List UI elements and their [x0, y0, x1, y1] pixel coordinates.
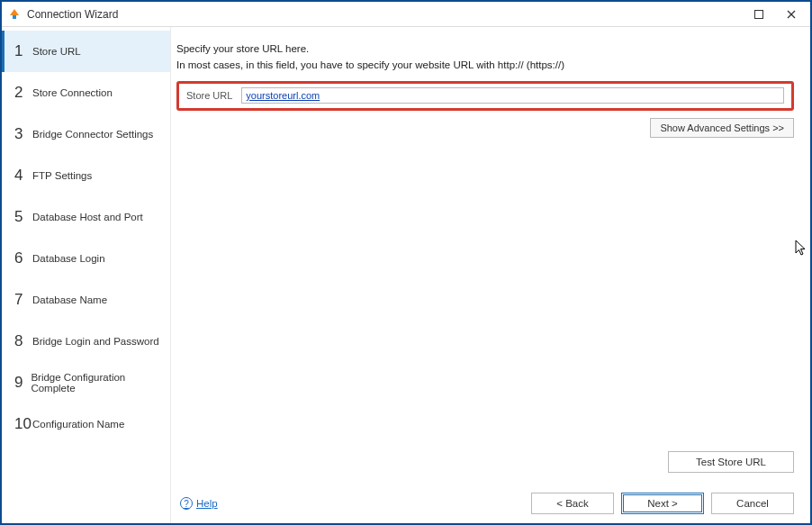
store-url-group: Store URL [176, 81, 794, 111]
step-label: Store Connection [32, 87, 113, 98]
step-label: FTP Settings [32, 170, 92, 181]
step-label: Bridge Connector Settings [32, 129, 153, 140]
step-configuration-name[interactable]: 10 Configuration Name [2, 403, 170, 445]
step-number: 3 [14, 125, 32, 143]
next-button[interactable]: Next > [621, 493, 704, 514]
step-bridge-login-password[interactable]: 8 Bridge Login and Password [2, 321, 170, 362]
step-number: 1 [14, 42, 32, 60]
body-area: 1 Store URL 2 Store Connection 3 Bridge … [2, 27, 810, 523]
intro-text-1: Specify your store URL here. [176, 43, 794, 54]
test-row: Test Store URL [176, 451, 794, 473]
step-label: Database Host and Port [32, 212, 143, 222]
cursor-icon [795, 240, 809, 258]
step-label: Configuration Name [32, 419, 124, 430]
main-panel: Specify your store URL here. In most cas… [171, 27, 810, 523]
step-number: 9 [14, 374, 31, 392]
cancel-button[interactable]: Cancel [711, 493, 794, 514]
advanced-settings-row: Show Advanced Settings >> [176, 118, 794, 138]
step-number: 10 [14, 415, 32, 433]
step-database-login[interactable]: 6 Database Login [2, 238, 170, 279]
step-store-connection[interactable]: 2 Store Connection [2, 72, 170, 113]
step-label: Database Name [32, 294, 107, 305]
step-number: 5 [14, 208, 32, 226]
test-store-url-button[interactable]: Test Store URL [668, 451, 794, 473]
svg-rect-1 [13, 15, 16, 19]
help-label: Help [196, 498, 218, 509]
back-button[interactable]: < Back [531, 493, 614, 514]
wizard-sidebar: 1 Store URL 2 Store Connection 3 Bridge … [2, 27, 171, 523]
step-number: 2 [14, 84, 32, 102]
step-number: 4 [14, 167, 32, 185]
step-ftp-settings[interactable]: 4 FTP Settings [2, 155, 170, 196]
step-database-name[interactable]: 7 Database Name [2, 279, 170, 321]
step-number: 7 [14, 291, 32, 309]
show-advanced-settings-button[interactable]: Show Advanced Settings >> [650, 118, 794, 138]
step-number: 6 [14, 249, 32, 267]
store-url-input[interactable] [241, 87, 784, 104]
step-bridge-connector-settings[interactable]: 3 Bridge Connector Settings [2, 113, 170, 155]
svg-marker-0 [10, 9, 19, 15]
svg-rect-2 [755, 10, 763, 18]
window-controls [751, 6, 805, 23]
step-label: Store URL [32, 46, 81, 57]
help-icon: ? [180, 497, 193, 510]
spacer [176, 138, 794, 451]
app-icon [7, 7, 22, 22]
step-store-url[interactable]: 1 Store URL [2, 31, 170, 72]
step-number: 8 [14, 332, 32, 350]
close-button[interactable] [783, 6, 799, 23]
titlebar: Connection Wizard [2, 2, 810, 27]
step-label: Bridge Login and Password [32, 336, 159, 347]
step-label: Bridge Configuration Complete [31, 372, 161, 394]
footer: ? Help < Back Next > Cancel [176, 489, 794, 514]
help-link[interactable]: ? Help [180, 497, 218, 510]
intro-text-2: In most cases, in this field, you have t… [176, 59, 794, 70]
step-label: Database Login [32, 253, 105, 264]
step-database-host-port[interactable]: 5 Database Host and Port [2, 196, 170, 238]
step-bridge-config-complete[interactable]: 9 Bridge Configuration Complete [2, 362, 170, 403]
maximize-button[interactable] [751, 6, 767, 23]
window-title: Connection Wizard [27, 8, 751, 21]
store-url-label: Store URL [186, 90, 232, 101]
